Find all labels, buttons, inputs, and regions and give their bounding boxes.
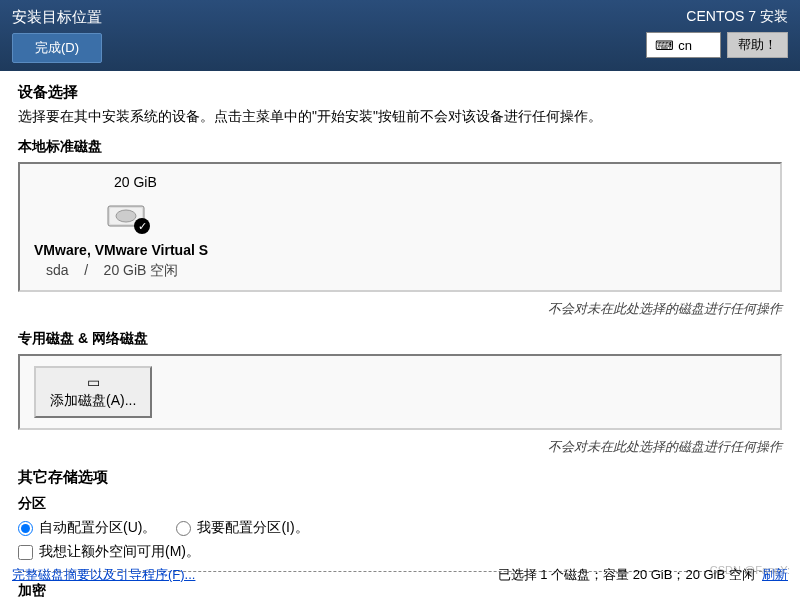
manual-partition-input[interactable] [176, 521, 191, 536]
keyboard-lang: cn [678, 38, 692, 53]
network-disks-title: 专用磁盘 & 网络磁盘 [18, 330, 782, 348]
header-right: CENTOS 7 安装 ⌨ cn 帮助！ [646, 8, 788, 58]
footer-status: 已选择 1 个磁盘；容量 20 GiB；20 GiB 空闲 刷新 [498, 566, 788, 584]
disk-size: 20 GiB [114, 174, 157, 190]
keyboard-icon: ⌨ [655, 38, 674, 53]
check-icon: ✓ [134, 218, 150, 234]
extra-space-check[interactable]: 我想让额外空间可用(M)。 [18, 543, 782, 561]
disk-sep: / [84, 262, 88, 278]
storage-title: 其它存储选项 [18, 468, 782, 487]
auto-partition-label: 自动配置分区(U)。 [39, 519, 156, 537]
extra-space-label: 我想让额外空间可用(M)。 [39, 543, 200, 561]
partition-radios: 自动配置分区(U)。 我要配置分区(I)。 [18, 519, 782, 537]
disk-free: 20 GiB 空闲 [104, 262, 179, 278]
local-disks-note: 不会对未在此处选择的磁盘进行任何操作 [18, 300, 782, 318]
header-bar: 安装目标位置 完成(D) CENTOS 7 安装 ⌨ cn 帮助！ [0, 0, 800, 71]
disk-dev: sda [46, 262, 69, 278]
auto-partition-radio[interactable]: 自动配置分区(U)。 [18, 519, 156, 537]
svg-point-2 [116, 210, 136, 222]
page-title: 安装目标位置 [12, 8, 102, 27]
main-content: 设备选择 选择要在其中安装系统的设备。点击主菜单中的"开始安装"按钮前不会对该设… [0, 71, 800, 600]
local-disks-title: 本地标准磁盘 [18, 138, 782, 156]
device-select-desc: 选择要在其中安装系统的设备。点击主菜单中的"开始安装"按钮前不会对该设备进行任何… [18, 108, 782, 126]
manual-partition-label: 我要配置分区(I)。 [197, 519, 308, 537]
disk-summary-link[interactable]: 完整磁盘摘要以及引导程序(F)... [12, 566, 195, 584]
local-disks-panel: 20 GiB ✓ VMware, VMware Virtual S sda / … [18, 162, 782, 292]
device-select-title: 设备选择 [18, 83, 782, 102]
disk-info: sda / 20 GiB 空闲 [46, 262, 178, 280]
disk-name: VMware, VMware Virtual S [34, 242, 208, 258]
encrypt-label: 加密 [18, 582, 782, 600]
auto-partition-input[interactable] [18, 521, 33, 536]
done-button[interactable]: 完成(D) [12, 33, 102, 63]
help-button[interactable]: 帮助！ [727, 32, 788, 58]
add-disk-button[interactable]: ▭ 添加磁盘(A)... [34, 366, 152, 418]
extra-space-input[interactable] [18, 545, 33, 560]
network-disks-panel: ▭ 添加磁盘(A)... [18, 354, 782, 430]
footer-bar: 完整磁盘摘要以及引导程序(F)... 已选择 1 个磁盘；容量 20 GiB；2… [0, 566, 800, 584]
installer-title: CENTOS 7 安装 [686, 8, 788, 26]
add-disk-label: 添加磁盘(A)... [50, 392, 136, 410]
network-disks-note: 不会对未在此处选择的磁盘进行任何操作 [18, 438, 782, 456]
add-disk-icon: ▭ [87, 374, 100, 390]
header-controls: ⌨ cn 帮助！ [646, 32, 788, 58]
partition-label: 分区 [18, 495, 782, 513]
disk-item[interactable]: 20 GiB ✓ VMware, VMware Virtual S sda / … [34, 174, 766, 280]
manual-partition-radio[interactable]: 我要配置分区(I)。 [176, 519, 308, 537]
header-left: 安装目标位置 完成(D) [12, 8, 102, 63]
keyboard-layout-selector[interactable]: ⌨ cn [646, 32, 721, 58]
disk-icon: ✓ [106, 198, 146, 230]
refresh-link[interactable]: 刷新 [762, 567, 788, 582]
